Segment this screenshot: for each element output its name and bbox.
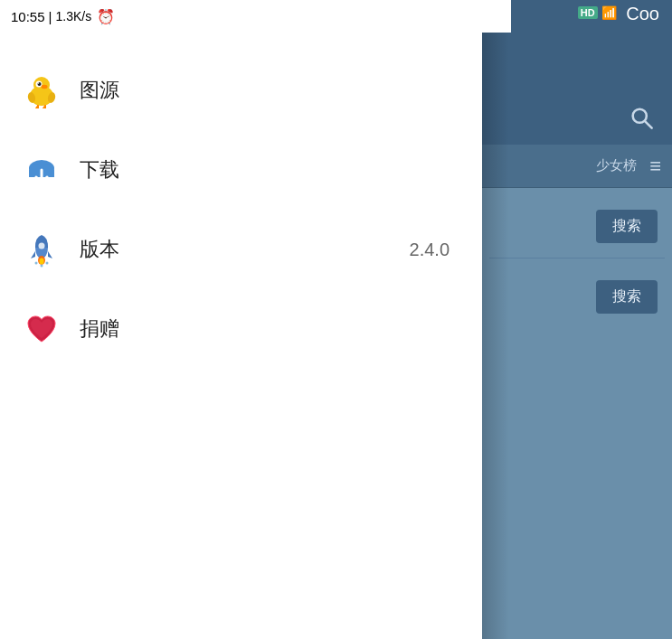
clock-icon: ⏰ (97, 8, 115, 25)
menu-item-donate[interactable]: 捐赠 (0, 289, 482, 369)
donate-icon (22, 309, 62, 349)
svg-point-6 (38, 82, 39, 83)
version-value: 2.4.0 (410, 240, 450, 260)
svg-point-24 (41, 265, 43, 268)
menu-list: 图源 下载 (0, 33, 482, 387)
svg-point-25 (46, 262, 49, 265)
hd-badge: HD (578, 6, 598, 19)
search-button[interactable] (625, 101, 658, 134)
svg-point-23 (35, 262, 38, 265)
right-panel-content: 搜索 搜索 (482, 188, 672, 639)
search-icon (629, 105, 654, 130)
download-icon (22, 150, 62, 190)
donate-svg (24, 311, 60, 347)
status-speed: 1.3K/s (55, 9, 91, 23)
menu-item-version[interactable]: 版本 2.4.0 (0, 210, 482, 289)
status-time: 10:55 (11, 9, 45, 24)
donate-label: 捐赠 (80, 315, 460, 343)
tuyuan-label: 图源 (80, 77, 460, 104)
version-label: 版本 (80, 236, 410, 263)
svg-point-7 (42, 85, 48, 89)
svg-line-1 (645, 121, 652, 128)
menu-icon[interactable]: ≡ (649, 155, 661, 178)
version-icon (22, 230, 62, 269)
menu-item-tuyuan[interactable]: 图源 (0, 51, 482, 130)
tab-shaonvbang[interactable]: 少女榜 (596, 157, 637, 174)
search-button-2[interactable]: 搜索 (596, 280, 658, 314)
right-panel: Coo HD 📶 📡 100 少女榜 ≡ 搜索 搜索 (482, 0, 672, 639)
svg-point-22 (40, 258, 44, 265)
status-separator: | (49, 9, 52, 24)
left-panel: 图源 下载 (0, 33, 482, 639)
search-section-1: 搜索 (482, 188, 672, 258)
tabs-row: 少女榜 ≡ (482, 145, 672, 188)
tuyuan-icon (22, 70, 62, 110)
download-svg (24, 152, 60, 188)
app-name: Coo (620, 2, 665, 26)
version-svg (24, 231, 60, 268)
tuyuan-svg (24, 72, 60, 108)
svg-point-20 (39, 243, 45, 249)
download-label: 下载 (80, 156, 460, 183)
status-bar: 10:55 | 1.3K/s ⏰ (0, 0, 511, 33)
search-button-1[interactable]: 搜索 (596, 210, 658, 243)
menu-item-download[interactable]: 下载 (0, 130, 482, 210)
search-section-2: 搜索 (482, 258, 672, 328)
signal-icon: 📶 (601, 5, 617, 20)
